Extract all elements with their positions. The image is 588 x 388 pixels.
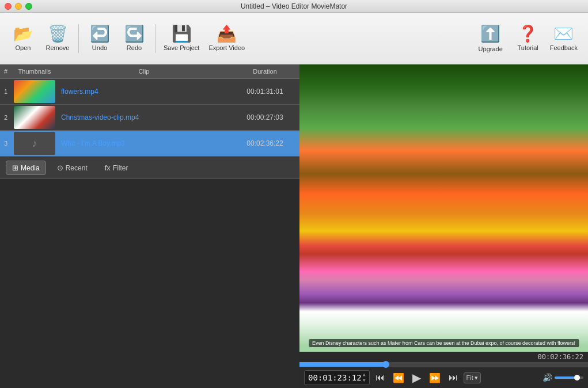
rewind-button[interactable]: ⏪: [390, 371, 407, 385]
titlebar: Untitled – Video Editor MovieMator: [0, 0, 588, 13]
current-timecode: 00:01:23:12: [308, 373, 362, 382]
toolbar-separator-2: [155, 24, 155, 53]
redo-label: Redo: [127, 44, 142, 51]
clip-thumb-1: [12, 79, 58, 104]
upgrade-button[interactable]: ⬆️ Upgrade: [471, 21, 511, 56]
clip-dur-3: 00:02:36:22: [230, 139, 299, 147]
redo-icon: ↪️: [124, 26, 145, 42]
timecode-display[interactable]: 00:01:23:12 ▲ ▼: [304, 370, 370, 385]
minimize-button[interactable]: [15, 3, 22, 10]
tab-recent-label: Recent: [66, 164, 88, 172]
preview-image: Even Disney characters such as Mater fro…: [299, 64, 588, 352]
preview-panel: Even Disney characters such as Mater fro…: [299, 64, 588, 388]
feedback-button[interactable]: ✉️ Feedback: [545, 22, 582, 55]
tc-down[interactable]: ▼: [363, 378, 366, 383]
preview-caption: Even Disney characters such as Mater fro…: [309, 339, 579, 347]
volume-fill: [555, 376, 575, 379]
undo-button[interactable]: ↩️ Undo: [82, 22, 117, 55]
fit-dropdown[interactable]: Fit ▾: [464, 372, 481, 383]
video-preview: Even Disney characters such as Mater fro…: [299, 64, 588, 352]
remove-icon: 🗑️: [48, 26, 68, 42]
fit-chevron-icon: ▾: [475, 374, 478, 382]
filter-icon: fx: [105, 163, 111, 172]
clip-list-header: # Thumbnails Clip Duration: [0, 64, 299, 79]
timecode-spinners[interactable]: ▲ ▼: [363, 372, 366, 383]
undo-label: Undo: [92, 44, 107, 51]
clip-num-1: 1: [0, 86, 12, 97]
save-project-label: Save Project: [164, 44, 199, 51]
go-to-end-button[interactable]: ⏭: [446, 371, 460, 384]
recent-icon: ⊙: [57, 163, 63, 172]
clip-name-3: Who - I'm A Boy.mp3: [58, 139, 230, 147]
fit-label: Fit: [466, 374, 473, 381]
total-timecode: 00:02:36:22: [538, 353, 583, 361]
tab-media-label: Media: [21, 164, 40, 172]
clip-num-3: 3: [0, 138, 12, 149]
clip-name-2: Christmas-video-clip.mp4: [58, 113, 230, 121]
volume-handle[interactable]: [574, 375, 580, 381]
go-to-start-button[interactable]: ⏮: [373, 371, 387, 384]
tutorial-label: Tutorial: [518, 44, 538, 51]
volume-icon: 🔊: [543, 373, 552, 382]
preview-controls: 00:01:23:12 ▲ ▼ ⏮ ⏪ ▶ ⏩ ⏭ Fit ▾ 🔊: [299, 367, 588, 388]
window-title: Untitled – Video Editor MovieMator: [241, 2, 347, 10]
scrubber-fill: [299, 362, 386, 367]
open-icon: 📂: [13, 26, 33, 42]
traffic-lights: [5, 3, 32, 10]
media-tabs: ⊞ Media ⊙ Recent fx Filter: [0, 157, 299, 179]
clip-name-1: flowers.mp4: [58, 88, 230, 96]
clip-thumb-2: [12, 105, 58, 130]
save-project-button[interactable]: 💾 Save Project: [159, 22, 204, 55]
volume-slider[interactable]: [555, 376, 583, 379]
thumb-audio-img: ♪: [14, 132, 55, 155]
feedback-label: Feedback: [550, 44, 578, 51]
tab-recent[interactable]: ⊙ Recent: [51, 161, 94, 175]
export-icon: 📤: [217, 26, 237, 42]
clip-num-2: 2: [0, 112, 12, 123]
media-icon: ⊞: [12, 163, 18, 172]
tutorial-icon: ❓: [518, 26, 538, 42]
close-button[interactable]: [5, 3, 12, 10]
save-icon: 💾: [172, 26, 192, 42]
col-duration: Duration: [230, 67, 299, 76]
tab-filter[interactable]: fx Filter: [98, 161, 135, 175]
col-num: #: [0, 67, 12, 76]
thumb-flowers-img: [14, 80, 55, 103]
clip-thumb-3: ♪: [12, 131, 58, 156]
feedback-icon: ✉️: [553, 26, 574, 42]
clip-list: # Thumbnails Clip Duration 1 flowers.mp4…: [0, 64, 299, 157]
upgrade-icon: ⬆️: [480, 24, 500, 43]
col-thumbnails: Thumbnails: [12, 67, 58, 76]
play-button[interactable]: ▶: [410, 370, 423, 386]
tab-media[interactable]: ⊞ Media: [6, 161, 46, 175]
export-video-label: Export Video: [208, 44, 245, 51]
toolbar-right: ⬆️ Upgrade ❓ Tutorial ✉️ Feedback: [471, 21, 582, 56]
toolbar: 📂 Open 🗑️ Remove ↩️ Undo ↪️ Redo 💾 Save …: [0, 13, 588, 64]
upgrade-label: Upgrade: [479, 45, 503, 52]
open-button[interactable]: 📂 Open: [6, 22, 40, 55]
clip-row-2[interactable]: 2 Christmas-video-clip.mp4 00:00:27:03: [0, 105, 299, 131]
remove-label: Remove: [46, 44, 70, 51]
open-label: Open: [16, 44, 31, 51]
col-clip: Clip: [58, 67, 230, 76]
redo-button[interactable]: ↪️ Redo: [117, 22, 151, 55]
clip-row-1[interactable]: 1 flowers.mp4 00:01:31:01: [0, 79, 299, 105]
tc-up[interactable]: ▲: [363, 372, 366, 378]
thumb-christmas-img: [14, 106, 55, 129]
fast-forward-button[interactable]: ⏩: [427, 371, 443, 385]
remove-button[interactable]: 🗑️ Remove: [40, 22, 75, 55]
clip-row-3[interactable]: 3 ♪ Who - I'm A Boy.mp3 00:02:36:22: [0, 131, 299, 157]
scrubber[interactable]: [299, 362, 588, 367]
main-content: # Thumbnails Clip Duration 1 flowers.mp4…: [0, 64, 588, 388]
undo-icon: ↩️: [90, 26, 110, 42]
clip-dur-2: 00:00:27:03: [230, 113, 299, 121]
volume-area: 🔊: [543, 373, 583, 382]
preview-timecode: 00:02:36:22: [299, 352, 588, 362]
toolbar-separator-1: [78, 24, 79, 53]
maximize-button[interactable]: [25, 3, 32, 10]
export-video-button[interactable]: 📤 Export Video: [204, 22, 249, 55]
tutorial-button[interactable]: ❓ Tutorial: [511, 22, 545, 55]
tab-filter-label: Filter: [113, 164, 128, 172]
left-panel: # Thumbnails Clip Duration 1 flowers.mp4…: [0, 64, 299, 388]
clip-dur-1: 00:01:31:01: [230, 88, 299, 96]
